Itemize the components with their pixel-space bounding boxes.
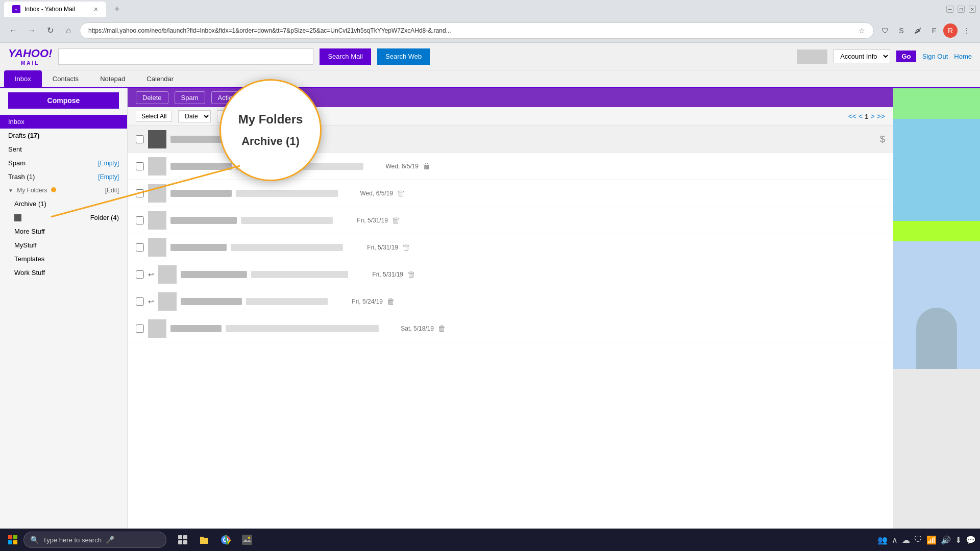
folder-icon — [14, 214, 21, 221]
email-checkbox[interactable] — [136, 216, 144, 224]
email-date: Fri, 5/31/19 — [352, 271, 403, 278]
delete-icon[interactable]: 🗑 — [438, 324, 446, 333]
home-nav-btn[interactable]: ⌂ — [61, 23, 76, 38]
chevron-up-icon[interactable]: ∧ — [892, 535, 898, 545]
delete-btn[interactable]: Delete — [136, 91, 168, 104]
address-text: https://mail.yahoo.com/neo/b/launch?fid=… — [88, 27, 854, 34]
delete-icon[interactable]: 🗑 — [392, 216, 400, 225]
sign-out-btn[interactable]: Sign Out — [922, 53, 948, 60]
spam-btn[interactable]: Spam — [175, 91, 205, 104]
svg-rect-6 — [13, 540, 17, 544]
right-ad-panel — [893, 88, 980, 551]
page-next-btn[interactable]: > — [870, 112, 874, 120]
download-icon[interactable]: ⬇ — [955, 535, 962, 545]
tab-close-btn[interactable]: × — [94, 5, 98, 13]
folder-item-templates[interactable]: Templates — [0, 252, 127, 266]
avatar-placeholder — [148, 238, 166, 257]
cloud-icon[interactable]: ☁ — [902, 535, 910, 545]
sidebar-item-sent[interactable]: Sent — [0, 142, 127, 156]
user-profile-icon[interactable]: R — [943, 23, 958, 38]
page-prev-btn[interactable]: < — [859, 112, 863, 120]
compose-btn[interactable]: Compose — [8, 92, 119, 109]
email-subject-placeholder — [241, 217, 333, 224]
sidebar-item-spam[interactable]: Spam [Empty] — [0, 156, 127, 170]
chat-icon[interactable]: 💬 — [966, 535, 976, 545]
search-mail-btn[interactable]: Search Mail — [320, 48, 371, 65]
volume-icon[interactable]: 🔊 — [941, 535, 951, 545]
more-options-icon[interactable]: ⋮ — [960, 23, 974, 38]
taskbar-search-box[interactable]: 🔍 Type here to search 🎤 — [23, 532, 166, 548]
sidebar-item-trash[interactable]: Trash (1) [Empty] — [0, 170, 127, 184]
minimize-btn[interactable]: ─ — [946, 6, 953, 13]
address-bar[interactable]: https://mail.yahoo.com/neo/b/launch?fid=… — [80, 22, 874, 39]
wifi-icon[interactable]: 📶 — [926, 535, 937, 545]
select-all-btn[interactable]: Select All — [136, 111, 172, 122]
tab-contacts[interactable]: Contacts — [42, 70, 89, 87]
email-checkbox[interactable] — [136, 243, 144, 252]
sort-select[interactable]: Date — [178, 110, 211, 122]
network-icon[interactable]: 👥 — [877, 535, 888, 545]
email-checkbox[interactable] — [136, 297, 144, 306]
chrome-btn[interactable] — [215, 529, 236, 551]
spam-empty-link[interactable]: [Empty] — [98, 160, 119, 167]
go-btn[interactable]: Go — [896, 51, 916, 62]
search-input[interactable] — [58, 48, 313, 65]
delete-icon[interactable]: 🗑 — [397, 189, 405, 198]
sidebar-item-drafts[interactable]: Drafts (17) — [0, 129, 127, 142]
folder-item-archive[interactable]: Archive (1) — [0, 197, 127, 211]
forward-btn[interactable]: → — [24, 23, 39, 38]
search-web-btn[interactable]: Search Web — [377, 48, 430, 65]
folder-item-folder[interactable]: Folder (4) — [0, 211, 127, 224]
refresh-btn[interactable]: ↻ — [43, 23, 57, 38]
home-btn[interactable]: Home — [954, 53, 972, 60]
extension-icon-1[interactable]: 🛡 — [878, 23, 892, 38]
folder-item-morestuff[interactable]: More Stuff — [0, 224, 127, 238]
my-folders-edit-link[interactable]: [Edit] — [105, 187, 119, 194]
email-checkbox[interactable] — [136, 162, 144, 170]
close-btn[interactable]: × — [969, 6, 976, 13]
browser-tab[interactable]: Y Inbox - Yahoo Mail × — [4, 2, 106, 17]
mail-tabs: Inbox Contacts Notepad Calendar — [0, 70, 980, 88]
tab-calendar[interactable]: Calendar — [136, 70, 184, 87]
delete-icon[interactable]: 🗑 — [402, 243, 410, 252]
shield-icon[interactable]: 🛡 — [914, 535, 922, 544]
search-icon: 🔍 — [30, 536, 39, 544]
new-tab-btn[interactable]: + — [110, 2, 124, 17]
email-sender-placeholder — [170, 190, 232, 197]
task-view-btn[interactable] — [173, 529, 193, 551]
tab-notepad[interactable]: Notepad — [89, 70, 136, 87]
email-date: Wed, 6/5/19 — [368, 163, 419, 170]
delete-icon[interactable]: 🗑 — [407, 270, 415, 279]
folder-item-mystuff[interactable]: MyStuff — [0, 238, 127, 252]
avatar-placeholder — [148, 211, 166, 230]
start-btn[interactable] — [4, 533, 21, 546]
account-info-select[interactable]: Account Info — [834, 49, 890, 63]
extension-icon-3[interactable]: 🌶 — [911, 23, 925, 38]
page-last-btn[interactable]: >> — [877, 112, 885, 120]
email-checkbox[interactable] — [136, 324, 144, 333]
delete-icon[interactable]: 🗑 — [423, 162, 431, 171]
email-checkbox[interactable] — [136, 270, 144, 279]
ad-yellow-green — [893, 221, 980, 241]
delete-icon[interactable]: 🗑 — [387, 297, 395, 306]
email-checkbox[interactable] — [136, 135, 144, 143]
tab-inbox[interactable]: Inbox — [4, 70, 42, 87]
back-btn[interactable]: ← — [6, 23, 20, 38]
mic-icon[interactable]: 🎤 — [106, 536, 114, 544]
maximize-btn[interactable]: □ — [958, 6, 965, 13]
email-checkbox[interactable] — [136, 189, 144, 197]
email-subject-placeholder — [226, 325, 379, 332]
tab-favicon: Y — [12, 5, 20, 13]
extension-icon-2[interactable]: S — [894, 23, 909, 38]
bookmark-icon[interactable]: ☆ — [859, 27, 865, 35]
file-explorer-btn[interactable] — [194, 529, 214, 551]
table-row: Wed, 6/5/19 🗑 — [128, 180, 893, 207]
folder-item-workstuff[interactable]: Work Stuff — [0, 266, 127, 280]
sidebar-item-inbox[interactable]: Inbox — [0, 115, 127, 129]
trash-empty-link[interactable]: [Empty] — [98, 173, 119, 181]
extension-icon-4[interactable]: F — [927, 23, 941, 38]
ad-person — [893, 241, 980, 369]
photos-btn[interactable] — [237, 529, 257, 551]
avatar-placeholder — [148, 157, 166, 176]
page-first-btn[interactable]: << — [848, 112, 856, 120]
